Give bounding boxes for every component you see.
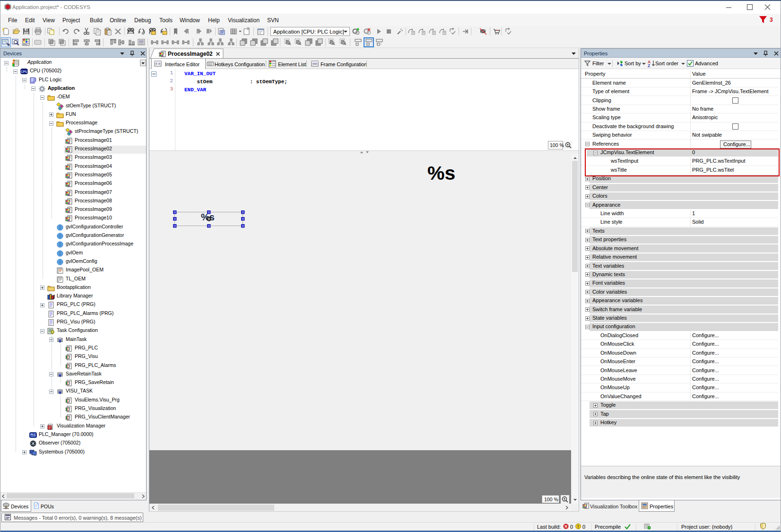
svg-text:B: B	[142, 32, 144, 35]
svg-text:PLC: PLC	[31, 433, 36, 436]
svg-text:CPU: CPU	[21, 70, 28, 73]
svg-text:Z: Z	[648, 63, 650, 68]
svg-text:3: 3	[770, 17, 773, 23]
